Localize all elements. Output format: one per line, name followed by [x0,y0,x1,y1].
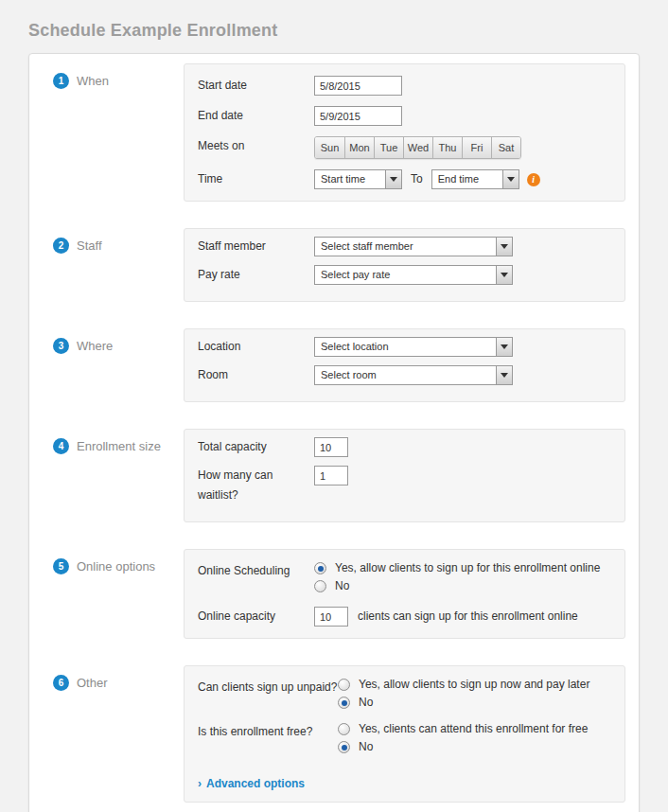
unpaid-yes-option[interactable]: Yes, allow clients to sign up now and pa… [338,678,589,692]
section-staff: 2 Staff Staff member Select staff member… [29,228,625,302]
free-yes-label: Yes, clients can attend this enrollment … [359,722,588,736]
start-date-label: Start date [198,76,314,96]
location-label: Location [198,337,314,357]
online-scheduling-no-option[interactable]: No [314,579,600,593]
unpaid-no-label: No [359,696,373,710]
chevron-down-icon[interactable] [502,170,519,188]
room-selected-value: Select room [315,366,496,384]
waitlist-row: How many can waitlist? [198,466,611,505]
section-when-header: 1 When [29,63,184,202]
section-other-header: 6 Other [29,665,184,803]
chevron-down-icon[interactable] [496,338,512,356]
waitlist-input[interactable] [314,466,348,485]
start-date-input[interactable] [314,76,402,96]
unpaid-yes-label: Yes, allow clients to sign up now and pa… [359,678,589,692]
radio-unselected-icon[interactable] [338,679,350,691]
chevron-down-icon[interactable] [496,238,512,256]
section-online-options-label: Online options [77,558,155,574]
meets-on-row: Meets on Sun Mon Tue Wed Thu Fri Sat [198,136,611,159]
total-capacity-input[interactable] [314,437,348,457]
online-options-panel: Online Scheduling Yes, allow clients to … [184,549,625,639]
section-staff-label: Staff [77,238,102,254]
room-label: Room [198,365,314,385]
room-select[interactable]: Select room [314,365,513,385]
section-online-options-header: 5 Online options [29,549,184,639]
section-where-label: Where [77,338,113,354]
section-enrollment-size-header: 4 Enrollment size [29,429,184,522]
section-online-options: 5 Online options Online Scheduling Yes, … [29,549,625,639]
unpaid-radio-group: Yes, allow clients to sign up now and pa… [338,678,589,710]
pay-rate-select[interactable]: Select pay rate [314,265,513,285]
day-button-sun[interactable]: Sun [315,137,344,158]
radio-selected-icon[interactable] [338,741,350,753]
advanced-options-link[interactable]: › Advanced options [198,777,305,790]
day-button-fri[interactable]: Fri [462,137,491,158]
section-enrollment-size-label: Enrollment size [77,438,161,454]
online-scheduling-no-label: No [335,579,349,593]
online-scheduling-radio-group: Yes, allow clients to sign up for this e… [314,561,600,593]
day-button-thu[interactable]: Thu [432,137,462,158]
location-select[interactable]: Select location [314,337,513,357]
meets-on-label: Meets on [198,136,314,156]
chevron-down-icon[interactable] [496,266,512,284]
section-other: 6 Other Can clients sign up unpaid? Yes,… [29,665,625,803]
free-no-label: No [359,740,373,754]
to-label: To [411,169,423,189]
end-date-row: End date [198,106,611,126]
section-where: 3 Where Location Select location Room Se… [29,328,625,402]
info-icon[interactable]: i [527,173,540,186]
day-button-sat[interactable]: Sat [491,137,520,158]
radio-selected-icon[interactable] [338,697,350,709]
online-capacity-row: Online capacity clients can sign up for … [198,607,611,627]
start-time-select[interactable]: Start time [314,169,402,189]
online-capacity-input[interactable] [314,607,348,627]
step-number-badge: 3 [53,338,69,354]
day-of-week-button-group: Sun Mon Tue Wed Thu Fri Sat [314,136,521,159]
enrollment-size-panel: Total capacity How many can waitlist? [184,429,625,522]
section-enrollment-size: 4 Enrollment size Total capacity How man… [29,429,625,522]
day-button-tue[interactable]: Tue [374,137,403,158]
chevron-down-icon[interactable] [385,170,401,188]
free-no-option[interactable]: No [338,740,588,754]
chevron-right-icon: › [198,777,202,790]
start-time-selected-value: Start time [315,170,385,188]
free-radio-group: Yes, clients can attend this enrollment … [338,722,588,754]
page-title: Schedule Example Enrollment [28,21,668,41]
online-scheduling-yes-label: Yes, allow clients to sign up for this e… [335,561,600,575]
end-date-input[interactable] [314,106,402,126]
location-selected-value: Select location [315,338,496,356]
staff-member-row: Staff member Select staff member [198,237,611,256]
unpaid-no-option[interactable]: No [338,696,589,710]
free-yes-option[interactable]: Yes, clients can attend this enrollment … [338,722,588,736]
where-panel: Location Select location Room Select roo… [184,328,625,402]
chevron-down-icon[interactable] [496,366,512,384]
staff-member-select[interactable]: Select staff member [314,237,513,256]
total-capacity-row: Total capacity [198,437,611,457]
step-number-badge: 4 [53,438,69,454]
online-capacity-label: Online capacity [198,607,314,627]
staff-member-selected-value: Select staff member [315,238,496,256]
section-when: 1 When Start date End date Meets on Sun … [29,63,625,202]
day-button-wed[interactable]: Wed [403,137,432,158]
online-scheduling-row: Online Scheduling Yes, allow clients to … [198,561,611,593]
section-other-label: Other [77,675,108,691]
end-time-selected-value: End time [432,170,502,188]
day-button-mon[interactable]: Mon [344,137,374,158]
end-time-select[interactable]: End time [431,169,519,189]
advanced-options-label: Advanced options [206,777,305,790]
step-number-badge: 2 [53,238,69,254]
radio-unselected-icon[interactable] [314,580,326,592]
online-scheduling-yes-option[interactable]: Yes, allow clients to sign up for this e… [314,561,600,575]
section-staff-header: 2 Staff [29,228,184,302]
total-capacity-label: Total capacity [198,437,314,457]
when-panel: Start date End date Meets on Sun Mon Tue… [184,63,625,202]
step-number-badge: 5 [53,558,69,574]
section-when-label: When [77,73,109,89]
pay-rate-label: Pay rate [198,265,314,285]
free-label: Is this enrollment free? [198,722,338,742]
radio-unselected-icon[interactable] [338,723,350,735]
staff-member-label: Staff member [198,237,314,256]
radio-selected-icon[interactable] [314,562,326,574]
pay-rate-row: Pay rate Select pay rate [198,265,611,285]
waitlist-label: How many can waitlist? [198,466,314,505]
